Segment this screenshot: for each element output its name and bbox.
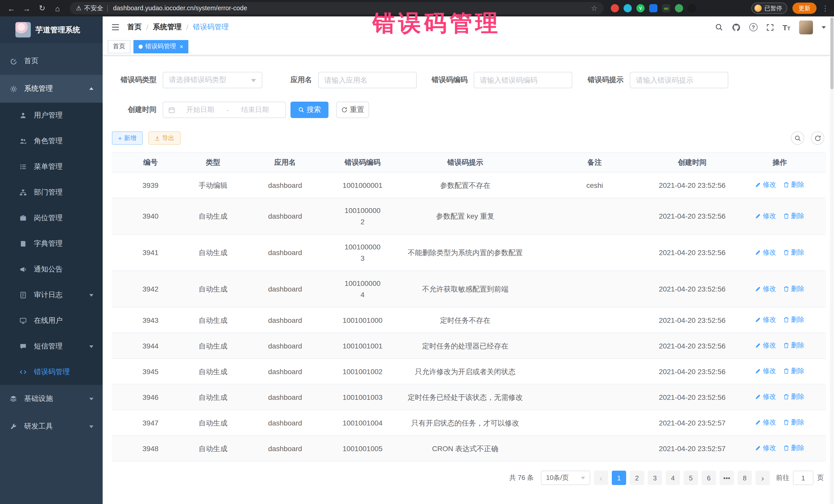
toggle-search-button[interactable] [791, 131, 804, 145]
chevron-down-icon [251, 79, 256, 84]
pagination-next[interactable]: › [755, 470, 770, 485]
refresh-button[interactable] [811, 131, 824, 145]
sidebar-item-sms[interactable]: 短信管理 [0, 334, 103, 359]
app-name-input[interactable] [318, 72, 417, 88]
reload-button[interactable]: ↻ [36, 2, 48, 14]
date-range-picker[interactable]: 开始日期 - 结束日期 [163, 102, 286, 118]
goto-page-input[interactable] [793, 470, 813, 485]
edit-button[interactable]: 修改 [755, 417, 776, 428]
sidebar-item-user[interactable]: 用户管理 [0, 103, 103, 128]
edit-button[interactable]: 修改 [755, 283, 776, 294]
edit-button[interactable]: 修改 [755, 314, 776, 325]
pagination-page-6[interactable]: 6 [702, 470, 716, 485]
extension-icon[interactable] [623, 4, 632, 12]
sidebar-item-audit-log[interactable]: 审计日志 [0, 282, 103, 308]
back-button[interactable]: ← [5, 2, 18, 14]
breadcrumb-item[interactable]: 首页 [127, 23, 142, 32]
sidebar-item-error-code[interactable]: 错误码管理 [0, 359, 103, 385]
error-code-input[interactable] [474, 72, 572, 88]
sidebar-item-dev-tools[interactable]: 研发工具 [0, 413, 103, 440]
cell-code: 1001001002 [333, 358, 392, 384]
update-button[interactable]: 更新 [792, 3, 816, 14]
edit-button[interactable]: 修改 [755, 442, 776, 454]
sidebar-item-menu[interactable]: 菜单管理 [0, 154, 103, 180]
search-icon[interactable] [715, 23, 723, 31]
delete-button[interactable]: 删除 [783, 417, 804, 428]
extension-icon[interactable] [649, 4, 657, 12]
pagination-page-4[interactable]: 4 [666, 470, 680, 485]
sidebar-item-dept[interactable]: 部门管理 [0, 180, 103, 205]
sidebar-item-online-user[interactable]: 在线用户 [0, 308, 103, 334]
scrollbar[interactable] [830, 17, 834, 504]
edit-button[interactable]: 修改 [755, 366, 776, 377]
reset-button[interactable]: 重置 [336, 102, 369, 118]
extension-icon[interactable]: V [636, 4, 644, 12]
pagination-page-3[interactable]: 3 [648, 470, 662, 485]
sidebar-item-home[interactable]: 首页 [0, 47, 103, 75]
delete-icon [783, 445, 789, 451]
app-logo[interactable]: 芋道管理系统 [0, 17, 103, 43]
address-bar[interactable]: ⚠ 不安全 dashboard.yudao.iocoder.cn/system/… [70, 2, 603, 14]
wrench-icon [9, 422, 18, 431]
edit-button[interactable]: 修改 [755, 210, 776, 221]
chevron-down-icon[interactable] [822, 26, 826, 30]
tag-error-code[interactable]: 错误码管理 × [133, 40, 188, 53]
delete-button[interactable]: 删除 [783, 366, 804, 377]
pagination-more[interactable]: ••• [720, 470, 734, 485]
home-button[interactable]: ⌂ [51, 2, 64, 14]
extension-icon[interactable] [688, 4, 696, 12]
bookmark-star-icon[interactable]: ☆ [591, 4, 597, 12]
delete-button[interactable]: 删除 [783, 179, 804, 191]
document-icon [19, 291, 27, 299]
extension-icon[interactable]: on [662, 4, 670, 12]
delete-button[interactable]: 删除 [783, 283, 804, 294]
sidebar-item-notice[interactable]: 通知公告 [0, 257, 103, 282]
hamburger-icon[interactable] [111, 23, 120, 32]
edit-button[interactable]: 修改 [755, 340, 776, 351]
table-row: 3948自动生成dashboard1001001005CRON 表达式不正确20… [112, 436, 826, 461]
github-icon[interactable] [731, 23, 740, 31]
cell-time: 2021-04-20 23:52:56 [651, 271, 734, 307]
tag-home[interactable]: 首页 [108, 40, 130, 53]
forward-button[interactable]: → [21, 2, 33, 14]
delete-button[interactable]: 删除 [783, 247, 804, 258]
add-button[interactable]: + 新增 [112, 131, 142, 145]
extension-icon[interactable] [675, 4, 683, 12]
error-msg-input[interactable] [630, 72, 728, 88]
pagination-prev[interactable]: ‹ [594, 470, 608, 485]
delete-button[interactable]: 删除 [783, 210, 804, 221]
pagination-page-2[interactable]: 2 [630, 470, 644, 485]
edit-button[interactable]: 修改 [755, 179, 776, 191]
close-icon[interactable]: × [180, 43, 183, 49]
page-size-value: 10条/页 [546, 473, 569, 482]
sidebar-item-role[interactable]: 角色管理 [0, 128, 103, 154]
delete-button[interactable]: 删除 [783, 442, 804, 454]
font-size-icon[interactable]: TT [783, 23, 790, 31]
fullscreen-icon[interactable] [766, 23, 774, 31]
delete-button[interactable]: 删除 [783, 340, 804, 351]
user-avatar[interactable] [799, 20, 813, 34]
delete-button[interactable]: 删除 [783, 391, 804, 402]
sidebar-item-post[interactable]: 岗位管理 [0, 205, 103, 231]
pagination-page-1[interactable]: 1 [612, 470, 626, 485]
pagination-page-8[interactable]: 8 [738, 470, 752, 485]
delete-button[interactable]: 删除 [783, 314, 804, 325]
search-button[interactable]: 搜索 [290, 102, 328, 118]
sidebar-item-system[interactable]: 系统管理 [0, 75, 103, 103]
error-type-select[interactable]: 请选择错误码类型 [163, 72, 262, 88]
kebab-menu-icon[interactable]: ⋮ [822, 4, 829, 12]
sidebar-item-infra[interactable]: 基础设施 [0, 385, 103, 413]
extension-icon[interactable] [611, 4, 619, 12]
paused-badge[interactable]: 已暂停 [751, 3, 787, 14]
tag-label: 错误码管理 [145, 42, 176, 51]
pagination-page-5[interactable]: 5 [684, 470, 698, 485]
scrollbar-thumb[interactable] [830, 18, 833, 89]
breadcrumb-item[interactable]: 系统管理 [153, 23, 182, 32]
edit-button[interactable]: 修改 [755, 391, 776, 402]
page-size-select[interactable]: 10条/页 [541, 470, 590, 485]
cell-msg: 不能删除类型为系统内置的参数配置 [392, 234, 539, 271]
export-button[interactable]: 导出 [148, 131, 180, 145]
sidebar-item-dict[interactable]: 字典管理 [0, 231, 103, 257]
edit-button[interactable]: 修改 [755, 247, 776, 258]
help-icon[interactable]: ? [749, 23, 757, 31]
